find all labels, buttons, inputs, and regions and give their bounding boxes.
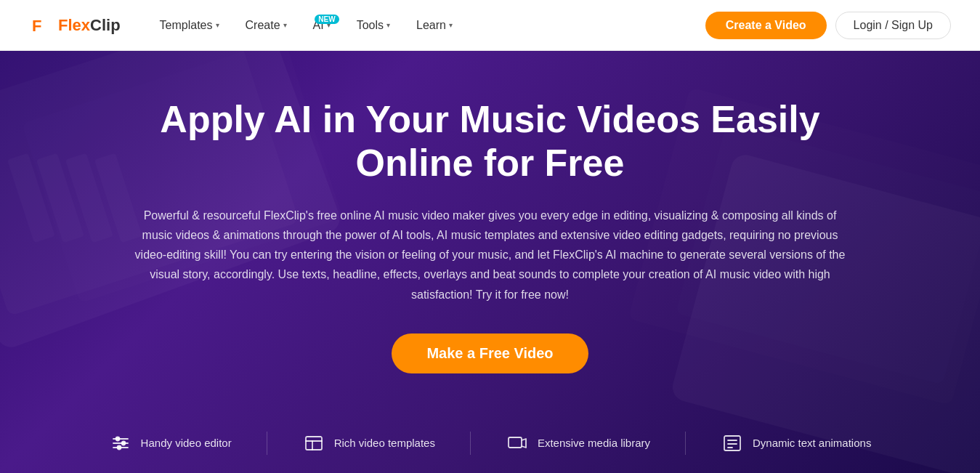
chevron-down-icon: ▾: [386, 21, 390, 29]
svg-point-14: [121, 441, 125, 445]
nav-item-ai[interactable]: AI NEW ▾: [303, 13, 341, 38]
sliders-icon: [109, 432, 132, 455]
nav-actions: Create a Video Login / Sign Up: [705, 12, 951, 39]
svg-rect-5: [36, 153, 84, 243]
template-icon: [302, 432, 325, 455]
nav-links: Templates ▾ Create ▾ AI NEW ▾ Tools ▾ Le…: [150, 13, 705, 38]
svg-rect-4: [7, 153, 55, 243]
chevron-down-icon: ▾: [449, 21, 453, 29]
nav-item-templates[interactable]: Templates ▾: [150, 13, 230, 38]
feature-label-templates: Rich video templates: [334, 437, 435, 449]
login-signup-button[interactable]: Login / Sign Up: [835, 12, 951, 39]
svg-point-13: [116, 437, 119, 440]
media-icon: [506, 432, 529, 455]
hero-section: Apply AI in Your Music Videos Easily Onl…: [0, 51, 980, 473]
svg-rect-20: [724, 436, 740, 450]
svg-point-15: [117, 445, 121, 449]
nav-item-learn[interactable]: Learn ▾: [406, 13, 463, 38]
hero-content: Apply AI in Your Music Videos Easily Onl…: [127, 98, 854, 410]
hero-title: Apply AI in Your Music Videos Easily Onl…: [127, 98, 854, 185]
feature-item-text: Dynamic text animations: [685, 432, 906, 455]
svg-rect-19: [509, 437, 522, 448]
feature-bar: Handy video editor Rich video templates …: [29, 417, 951, 469]
feature-label-editor: Handy video editor: [141, 437, 232, 449]
svg-text:F: F: [32, 17, 41, 35]
feature-item-media: Extensive media library: [470, 432, 685, 455]
nav-item-tools[interactable]: Tools ▾: [347, 13, 400, 38]
text-icon: [721, 432, 744, 455]
feature-label-media: Extensive media library: [538, 437, 650, 449]
svg-rect-16: [306, 437, 322, 450]
feature-label-text: Dynamic text animations: [753, 437, 871, 449]
chevron-down-icon: ▾: [283, 21, 287, 29]
new-badge: NEW: [315, 15, 339, 24]
nav-item-create[interactable]: Create ▾: [235, 13, 297, 38]
create-video-button[interactable]: Create a Video: [705, 12, 827, 39]
svg-rect-6: [65, 153, 113, 243]
make-free-video-button[interactable]: Make a Free Video: [392, 333, 588, 373]
navbar: F FlexClip Templates ▾ Create ▾ AI NEW ▾…: [0, 0, 980, 51]
chevron-down-icon: ▾: [216, 21, 219, 29]
feature-item-templates: Rich video templates: [267, 432, 470, 455]
logo-text: FlexClip: [58, 16, 121, 35]
logo[interactable]: F FlexClip: [29, 12, 121, 39]
hero-description: Powerful & resourceful FlexClip's free o…: [134, 206, 846, 304]
feature-item-editor: Handy video editor: [74, 432, 267, 455]
